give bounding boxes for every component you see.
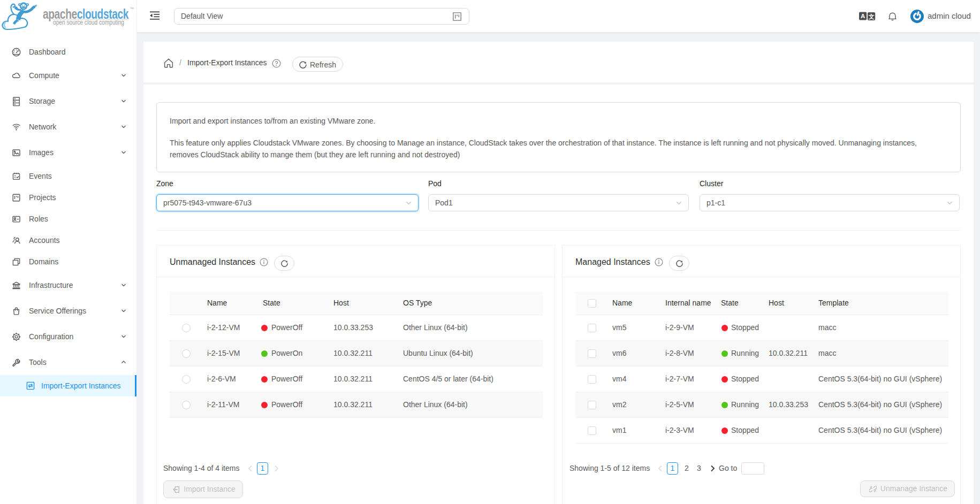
svg-text:文: 文	[868, 13, 875, 20]
svg-text:A: A	[861, 13, 865, 19]
svg-text:open source cloud computing: open source cloud computing	[53, 19, 124, 26]
svg-text:™: ™	[130, 6, 134, 11]
